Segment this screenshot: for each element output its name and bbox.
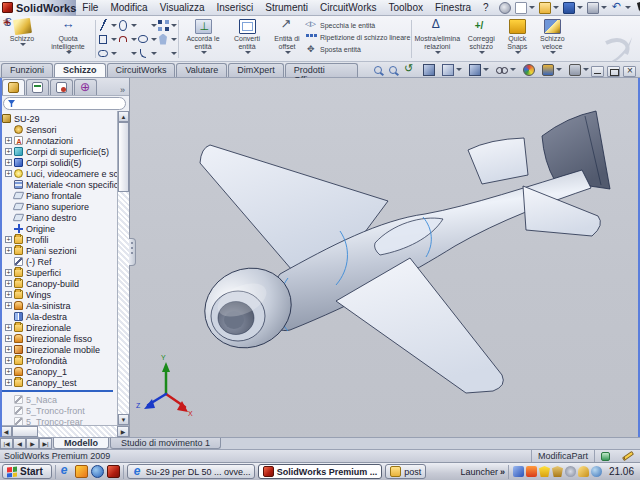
tree-item-wings[interactable]: +Wings <box>2 289 115 300</box>
section-view-button[interactable] <box>421 62 437 77</box>
sketch-tool-rectangle[interactable] <box>97 32 117 46</box>
launcher-toolbar[interactable]: Launcher » <box>460 467 505 477</box>
sketch-tool-point[interactable] <box>157 46 177 60</box>
tree-item-superfici[interactable]: +Superfici <box>2 267 115 278</box>
tree-item-profondit[interactable]: +Profondità <box>2 355 115 366</box>
sketch-tool-spline[interactable] <box>137 18 157 32</box>
apply-scene-button[interactable] <box>540 62 564 77</box>
tree-item-corpi-di-superficie-5[interactable]: +Corpi di superficie(5) <box>2 146 115 157</box>
tab-valutare[interactable]: Valutare <box>176 63 227 77</box>
menu-circuitworks[interactable]: CircuitWorks <box>314 2 382 13</box>
hide-show-items-button[interactable] <box>494 62 518 77</box>
doc-minimize-button[interactable] <box>591 66 604 77</box>
filter-input[interactable] <box>3 97 126 110</box>
zoom-fit-button[interactable] <box>372 62 384 77</box>
graphics-viewport[interactable]: Y X Z <box>130 78 640 437</box>
expand-toggle[interactable]: + <box>5 269 12 276</box>
select-button[interactable] <box>633 0 640 15</box>
start-button[interactable]: Start <box>2 464 52 479</box>
expand-toggle[interactable]: + <box>5 236 12 243</box>
tree-item-ala-destra[interactable]: Ala-destra <box>2 311 115 322</box>
display-style-button[interactable] <box>467 62 491 77</box>
edit-appearance-button[interactable] <box>521 62 537 77</box>
sketch-tool-ellipse[interactable] <box>137 32 157 46</box>
tab-scroll-next-button[interactable]: ▶ <box>26 438 39 449</box>
rollback-bar[interactable] <box>2 390 113 392</box>
tree-item-luci-videocamere-e-scenografi[interactable]: +Luci, videocamere e scenografi <box>2 168 115 179</box>
pushpin-button[interactable] <box>497 0 513 15</box>
tray-net-icon[interactable] <box>513 466 524 477</box>
tree-item-canopy-build[interactable]: +Canopy-build <box>2 278 115 289</box>
tree-item-direzionale[interactable]: +Direzionale <box>2 322 115 333</box>
expand-toggle[interactable]: + <box>5 148 12 155</box>
scroll-down-button[interactable]: ▼ <box>118 414 129 425</box>
tree-item-piani-sezioni[interactable]: +Piani sezioni <box>2 245 115 256</box>
tray-alert-icon[interactable] <box>526 466 537 477</box>
tree-item-5-tronco-rear[interactable]: 5_Tronco-rear <box>2 416 115 425</box>
expand-toggle[interactable]: + <box>5 302 12 309</box>
sketch-tool-slot[interactable] <box>97 46 117 60</box>
menu-inserisci[interactable]: Inserisci <box>211 2 260 13</box>
sketch-tool-pattern[interactable] <box>157 18 177 32</box>
doc-restore-button[interactable] <box>607 66 620 77</box>
mostra-elimina-relazioni-button[interactable]: Mostra/elimina relazioni <box>413 17 461 61</box>
task-solidworks-premium[interactable]: SolidWorks Premium ... <box>258 464 382 479</box>
tray-globe-icon[interactable] <box>591 466 602 477</box>
view-settings-button[interactable] <box>567 62 591 77</box>
entit-di-offset-button[interactable]: Entità di offset <box>268 17 306 61</box>
converti-entit-button[interactable]: Converti entità <box>226 17 268 61</box>
expand-toggle[interactable]: + <box>5 159 12 166</box>
sketch-tool-polygon[interactable] <box>157 32 177 46</box>
expand-toggle[interactable]: + <box>5 170 12 177</box>
expand-toggle[interactable]: + <box>5 324 12 331</box>
menu-finestra[interactable]: Finestra <box>429 2 477 13</box>
save-button[interactable] <box>561 0 585 15</box>
tree-item-piano-superiore[interactable]: Piano superiore <box>2 201 115 212</box>
ripetizione-di-schizzo-lineare-button[interactable]: Ripetizione di schizzo lineare <box>306 32 410 42</box>
view-orientation-button[interactable] <box>440 62 464 77</box>
scroll-track[interactable] <box>38 426 117 437</box>
tree-horizontal-scrollbar[interactable]: ◀ ▶ <box>0 425 129 437</box>
sketch-tool-line[interactable] <box>97 18 117 32</box>
tray-shieldg-icon[interactable] <box>552 466 563 477</box>
tab-dimxpert[interactable]: DimXpert <box>228 63 284 77</box>
tree-item-direzionale-mobile[interactable]: +Direzionale mobile <box>2 344 115 355</box>
specchia-le-entit-button[interactable]: Specchia le entità <box>306 20 410 30</box>
manager-tab-property-manager[interactable] <box>26 79 49 95</box>
taskbar-clock[interactable]: 21.06 <box>605 466 638 477</box>
quick-launch-ie-icon[interactable] <box>59 465 72 478</box>
expand-toggle[interactable]: + <box>5 335 12 342</box>
model-tab-modello[interactable]: Modello <box>53 438 109 449</box>
tray-gear-icon[interactable] <box>565 466 576 477</box>
tree-item-corpi-solidi-5[interactable]: +Corpi solidi(5) <box>2 157 115 168</box>
doc-close-button[interactable] <box>623 66 636 77</box>
tree-item-materiale-non-specificato[interactable]: Materiale <non specificato> <box>2 179 115 190</box>
expand-toggle[interactable]: + <box>5 247 12 254</box>
zoom-area-button[interactable] <box>387 62 399 77</box>
quota-intelligente-button[interactable]: Quota intelligente <box>42 17 94 61</box>
correggi-schizzo-button[interactable]: Correggi schizzo <box>461 17 501 61</box>
expand-toggle[interactable]: + <box>5 346 12 353</box>
expand-toggle[interactable]: + <box>5 357 12 364</box>
sketch-tool-arc[interactable] <box>117 32 137 46</box>
tree-root-su-29[interactable]: SU-29 <box>2 113 115 124</box>
menu-strumenti[interactable]: Strumenti <box>259 2 314 13</box>
tree-item-canopy-1[interactable]: +Canopy_1 <box>2 366 115 377</box>
sketch-tool-trim[interactable] <box>117 46 137 60</box>
menu-modifica[interactable]: Modifica <box>104 2 153 13</box>
print-button[interactable] <box>585 0 609 15</box>
tree-item-piano-destro[interactable]: Piano destro <box>2 212 115 223</box>
accorda-le-entit-button[interactable]: Accorda le entità <box>180 17 226 61</box>
new-button[interactable] <box>513 0 537 15</box>
tab-scroll-prev-button[interactable]: ◀ <box>13 438 26 449</box>
expand-toggle[interactable]: + <box>5 137 12 144</box>
tree-item-piano-frontale[interactable]: Piano frontale <box>2 190 115 201</box>
menu-visualizza[interactable]: Visualizza <box>154 2 211 13</box>
tree-item-ala-sinistra[interactable]: +Ala-sinistra <box>2 300 115 311</box>
manager-tabs-overflow[interactable]: » <box>116 85 129 95</box>
tree-vertical-scrollbar[interactable]: ▲ ▼ <box>117 111 129 425</box>
tree-item-ref[interactable]: (-) Ref <box>2 256 115 267</box>
tray-shieldy-icon[interactable] <box>539 466 550 477</box>
tab-funzioni[interactable]: Funzioni <box>1 63 53 77</box>
open-button[interactable] <box>537 0 561 15</box>
